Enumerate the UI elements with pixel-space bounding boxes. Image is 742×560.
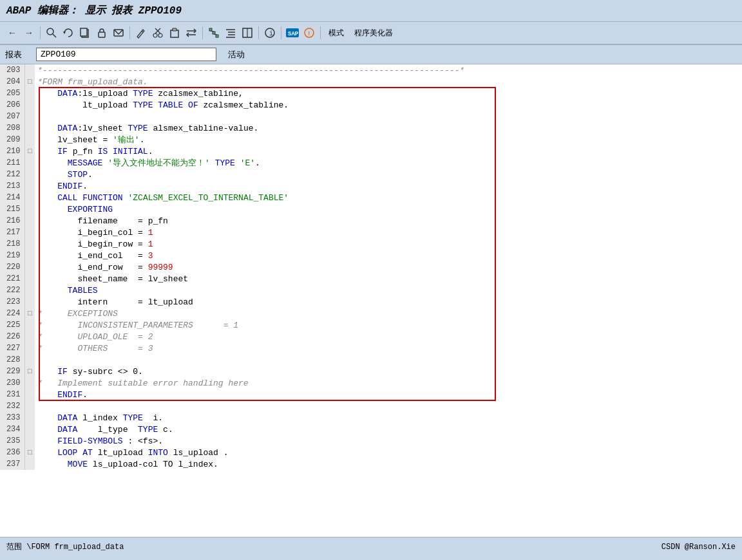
fold-indicator — [24, 180, 35, 192]
fold-indicator[interactable]: □ — [24, 308, 35, 319]
cut-icon[interactable] — [151, 26, 165, 40]
svg-text:!: ! — [307, 31, 310, 37]
table-row: 219 i_end_col = 3 — [0, 250, 742, 261]
table-row: 204□*FORM frm_upload_data. — [0, 76, 742, 88]
code-line: * UPLOAD_OLE = 2 — [35, 331, 742, 342]
code-line: CALL FUNCTION 'ZCALSM_EXCEL_TO_INTERNAL_… — [35, 192, 742, 203]
code-line — [35, 400, 742, 412]
table-row: 228 — [0, 354, 742, 366]
fold-indicator — [24, 424, 35, 435]
table-row: 235 FIELD-SYMBOLS : <fs>. — [0, 435, 742, 447]
code-line: *---------------------------------------… — [35, 64, 742, 76]
code-line: * INCONSISTENT_PARAMETERS = 1 — [35, 319, 742, 331]
indent-icon[interactable] — [224, 26, 238, 40]
table-row: 218 i_begin_row = 1 — [0, 238, 742, 250]
status-right: CSDN @Ranson.Xie — [661, 543, 736, 552]
svg-rect-4 — [81, 28, 87, 36]
lock-icon[interactable] — [95, 26, 109, 40]
status-left: 范围 \FORM frm_upload_data — [6, 541, 124, 552]
svg-rect-5 — [99, 32, 105, 37]
fold-indicator — [24, 111, 35, 122]
info-icon[interactable]: i — [263, 26, 277, 40]
fold-indicator — [24, 238, 35, 250]
table-row: 224□* EXCEPTIONS — [0, 308, 742, 319]
report-name-input[interactable] — [36, 48, 216, 61]
fold-indicator — [24, 354, 35, 366]
code-line — [35, 354, 742, 366]
sap-logo-icon[interactable]: SAP — [285, 26, 300, 40]
svg-line-7 — [142, 31, 143, 32]
fold-indicator — [24, 134, 35, 145]
paste-icon[interactable] — [167, 26, 182, 40]
code-line: lv_sheet = '输出'. — [35, 134, 742, 145]
forward-icon[interactable]: → — [22, 26, 36, 40]
pencil-icon[interactable] — [134, 26, 148, 40]
fold-indicator — [24, 203, 35, 215]
table-row: 233 DATA l_index TYPE i. — [0, 412, 742, 424]
code-line: MESSAGE '导入文件地址不能为空！' TYPE 'E'. — [35, 157, 742, 169]
table-row: 220 i_end_row = 99999 — [0, 261, 742, 273]
separator-5 — [281, 26, 281, 39]
table-row: 211 MESSAGE '导入文件地址不能为空！' TYPE 'E'. — [0, 157, 742, 169]
fold-indicator[interactable]: □ — [24, 447, 35, 458]
code-line: intern = lt_upload — [35, 296, 742, 308]
find-icon[interactable] — [44, 26, 59, 40]
table-row: 223 intern = lt_upload — [0, 296, 742, 308]
extra-icon[interactable]: ! — [302, 26, 316, 40]
svg-point-8 — [153, 33, 157, 37]
menu-beautify-button[interactable]: 程序美化器 — [350, 26, 397, 40]
code-line: DATA l_type TYPE c. — [35, 424, 742, 435]
transfer-icon[interactable] — [184, 26, 198, 40]
code-line: DATA:ls_upload TYPE zcalsmex_tabline, — [35, 88, 742, 99]
title-bar: ABAP 编辑器： 显示 报表 ZPPO109 — [0, 0, 742, 22]
fold-indicator — [24, 377, 35, 389]
fold-indicator — [24, 215, 35, 227]
copy-icon[interactable] — [78, 26, 92, 40]
menu-mode-button[interactable]: 模式 — [325, 26, 348, 40]
table-row: 227* OTHERS = 3 — [0, 342, 742, 354]
table-row: 226* UPLOAD_OLE = 2 — [0, 331, 742, 342]
fold-indicator — [24, 261, 35, 273]
fold-indicator — [24, 99, 35, 111]
fold-indicator — [24, 169, 35, 180]
table-row: 237 MOVE ls_upload-col TO l_index. — [0, 458, 742, 470]
fold-indicator — [24, 435, 35, 447]
table-row: 209 lv_sheet = '输出'. — [0, 134, 742, 145]
split-icon[interactable] — [240, 26, 254, 40]
table-row: 236□ LOOP AT lt_upload INTO ls_upload . — [0, 447, 742, 458]
code-line: ENDIF. — [35, 389, 742, 400]
fold-indicator[interactable]: □ — [24, 145, 35, 157]
fold-indicator — [24, 273, 35, 285]
table-row: 213 ENDIF. — [0, 180, 742, 192]
code-line: ENDIF. — [35, 180, 742, 192]
fold-indicator — [24, 458, 35, 470]
fold-indicator — [24, 192, 35, 203]
mail-icon[interactable] — [111, 26, 126, 40]
tree-icon[interactable] — [207, 26, 221, 40]
fold-indicator[interactable]: □ — [24, 76, 35, 88]
table-row: 208 DATA:lv_sheet TYPE alsmex_tabline-va… — [0, 122, 742, 134]
fold-indicator[interactable]: □ — [24, 366, 35, 377]
code-area[interactable]: 203*------------------------------------… — [0, 64, 742, 537]
svg-marker-2 — [63, 32, 66, 34]
table-row: 234 DATA l_type TYPE c. — [0, 424, 742, 435]
back-icon[interactable]: ← — [5, 26, 19, 40]
code-line: * OTHERS = 3 — [35, 342, 742, 354]
table-row: 215 EXPORTING — [0, 203, 742, 215]
separator-4 — [258, 26, 259, 39]
report-bar: 报表 活动 — [0, 45, 742, 64]
fold-indicator — [24, 88, 35, 99]
code-table: 203*------------------------------------… — [0, 64, 742, 470]
code-line: MOVE ls_upload-col TO l_index. — [35, 458, 742, 470]
fold-indicator — [24, 64, 35, 76]
code-line: EXPORTING — [35, 203, 742, 215]
refresh-icon[interactable] — [61, 26, 75, 40]
table-row: 212 STOP. — [0, 169, 742, 180]
separator-3 — [202, 26, 203, 39]
table-row: 221 sheet_name = lv_sheet — [0, 273, 742, 285]
code-line: IF sy-subrc <> 0. — [35, 366, 742, 377]
code-line: DATA l_index TYPE i. — [35, 412, 742, 424]
code-line: * EXCEPTIONS — [35, 308, 742, 319]
code-line: i_begin_row = 1 — [35, 238, 742, 250]
table-row: 206 lt_upload TYPE TABLE OF zcalsmex_tab… — [0, 99, 742, 111]
